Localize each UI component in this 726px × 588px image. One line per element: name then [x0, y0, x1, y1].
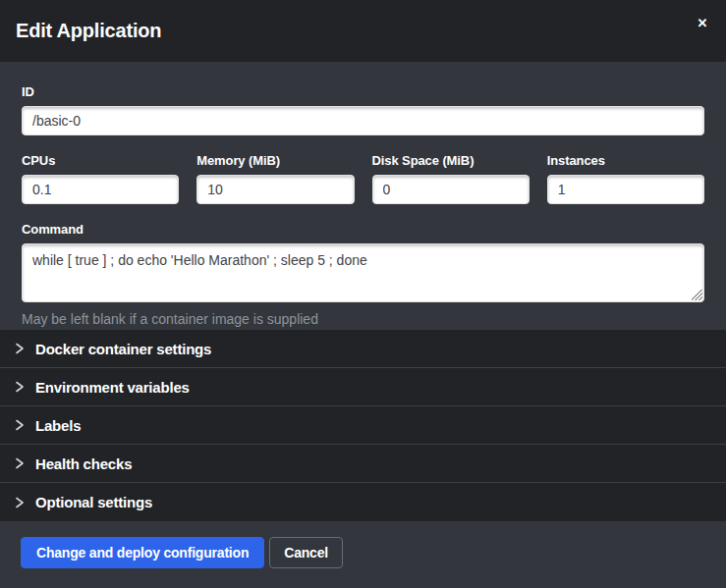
id-label: ID	[22, 84, 704, 99]
close-icon[interactable]: ✕	[694, 15, 711, 32]
chevron-right-icon	[15, 419, 25, 431]
memory-label: Memory (MiB)	[196, 153, 354, 168]
resources-row: CPUs Memory (MiB) Disk Space (MiB) Insta…	[22, 153, 704, 204]
disk-space-field-group: Disk Space (MiB)	[372, 153, 530, 204]
cpus-input[interactable]	[22, 175, 179, 204]
disk-space-input[interactable]	[372, 175, 530, 204]
id-input[interactable]	[22, 106, 704, 135]
command-textarea[interactable]: while [ true ] ; do echo 'Hello Marathon…	[22, 243, 704, 302]
command-label: Command	[22, 222, 704, 237]
command-help-text: May be left blank if a container image i…	[22, 311, 704, 327]
command-field-group: Command while [ true ] ; do echo 'Hello …	[22, 222, 704, 327]
section-label: Docker container settings	[35, 341, 211, 357]
cpus-field-group: CPUs	[22, 153, 179, 204]
modal-body: ID CPUs Memory (MiB) Disk Space (MiB) In…	[0, 62, 726, 330]
instances-field-group: Instances	[547, 153, 704, 204]
id-field-group: ID	[22, 84, 704, 135]
section-environment-variables[interactable]: Environment variables	[0, 368, 726, 406]
memory-field-group: Memory (MiB)	[196, 153, 354, 204]
instances-input[interactable]	[547, 175, 704, 204]
accordion-sections: Docker container settings Environment va…	[0, 330, 726, 521]
disk-space-label: Disk Space (MiB)	[372, 153, 530, 168]
edit-application-modal: Edit Application ✕ ID CPUs Memory (MiB) …	[0, 0, 726, 588]
chevron-right-icon	[15, 457, 25, 469]
section-labels[interactable]: Labels	[0, 406, 726, 445]
section-optional-settings[interactable]: Optional settings	[0, 483, 726, 521]
command-textarea-wrap: while [ true ] ; do echo 'Hello Marathon…	[22, 243, 704, 302]
modal-title: Edit Application	[16, 20, 161, 42]
section-label: Health checks	[35, 455, 132, 472]
memory-input[interactable]	[196, 175, 354, 204]
cpus-label: CPUs	[22, 153, 179, 168]
section-label: Optional settings	[35, 494, 152, 510]
modal-header: Edit Application ✕	[0, 0, 726, 62]
section-docker-container-settings[interactable]: Docker container settings	[0, 330, 726, 368]
chevron-right-icon	[15, 381, 25, 393]
instances-label: Instances	[547, 153, 704, 168]
section-label: Environment variables	[35, 379, 190, 396]
cancel-button[interactable]: Cancel	[269, 537, 343, 568]
chevron-right-icon	[15, 497, 25, 508]
change-and-deploy-button[interactable]: Change and deploy configuration	[21, 537, 264, 568]
chevron-right-icon	[15, 343, 25, 354]
section-label: Labels	[35, 417, 81, 434]
modal-footer: Change and deploy configuration Cancel	[0, 521, 726, 588]
section-health-checks[interactable]: Health checks	[0, 445, 726, 483]
